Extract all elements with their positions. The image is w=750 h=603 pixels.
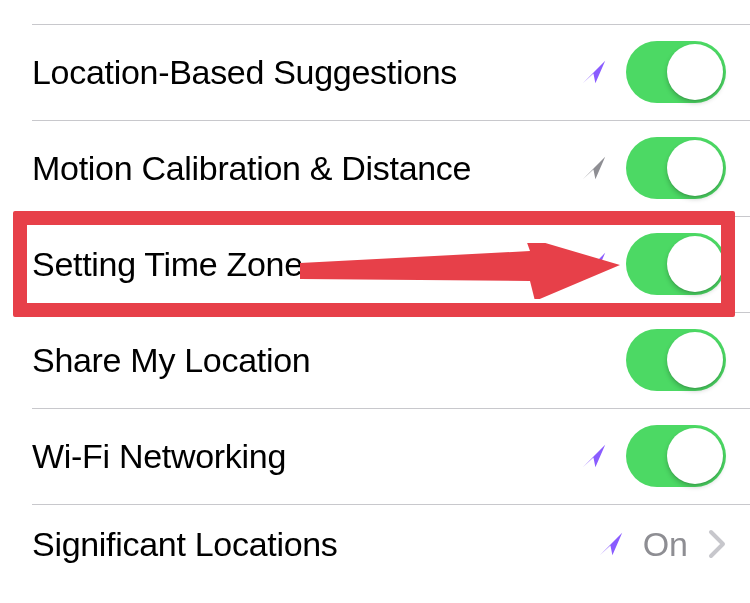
toggle-knob bbox=[667, 332, 723, 388]
toggle-switch[interactable] bbox=[626, 233, 726, 295]
row-right bbox=[626, 329, 726, 391]
chevron-right-icon bbox=[708, 529, 726, 559]
settings-list: Location-Based Suggestions Motion Calibr… bbox=[0, 0, 750, 584]
toggle-knob bbox=[667, 140, 723, 196]
row-label: Location-Based Suggestions bbox=[32, 53, 580, 92]
table-row[interactable]: Location-Based Suggestions bbox=[0, 24, 750, 120]
row-label: Share My Location bbox=[32, 341, 626, 380]
location-arrow-icon bbox=[597, 530, 625, 558]
toggle-knob bbox=[667, 236, 723, 292]
toggle-switch[interactable] bbox=[626, 137, 726, 199]
row-right bbox=[580, 41, 726, 103]
table-row[interactable]: Motion Calibration & Distance bbox=[0, 120, 750, 216]
row-right bbox=[626, 0, 726, 24]
table-row[interactable]: Wi-Fi Networking bbox=[0, 408, 750, 504]
divider bbox=[32, 408, 750, 409]
row-right: On bbox=[597, 525, 726, 564]
divider bbox=[32, 312, 750, 313]
toggle-switch[interactable] bbox=[626, 41, 726, 103]
divider bbox=[32, 504, 750, 505]
row-right bbox=[580, 425, 726, 487]
row-right bbox=[580, 233, 726, 295]
toggle-switch[interactable] bbox=[626, 329, 726, 391]
location-arrow-icon bbox=[580, 58, 608, 86]
location-arrow-icon bbox=[580, 154, 608, 182]
table-row bbox=[0, 0, 750, 24]
row-right bbox=[580, 137, 726, 199]
table-row[interactable]: Significant Locations On bbox=[0, 504, 750, 584]
divider bbox=[32, 216, 750, 217]
row-label: Wi-Fi Networking bbox=[32, 437, 580, 476]
divider bbox=[32, 120, 750, 121]
toggle-switch[interactable] bbox=[626, 425, 726, 487]
row-label: Significant Locations bbox=[32, 525, 597, 564]
toggle-knob bbox=[667, 428, 723, 484]
divider bbox=[32, 24, 750, 25]
row-value: On bbox=[643, 525, 688, 564]
location-arrow-icon bbox=[580, 442, 608, 470]
location-arrow-icon bbox=[580, 250, 608, 278]
table-row[interactable]: Setting Time Zone bbox=[0, 216, 750, 312]
table-row[interactable]: Share My Location bbox=[0, 312, 750, 408]
toggle-knob bbox=[667, 44, 723, 100]
row-label: Motion Calibration & Distance bbox=[32, 149, 580, 188]
row-label: Setting Time Zone bbox=[32, 245, 580, 284]
